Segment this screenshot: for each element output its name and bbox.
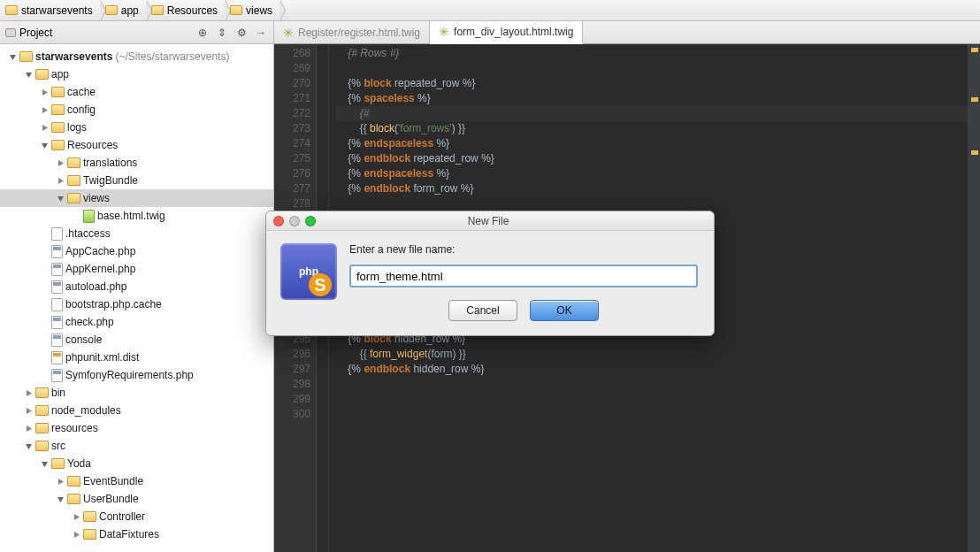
folder-icon	[67, 476, 80, 487]
folder-icon	[83, 511, 96, 522]
breadcrumb-item[interactable]: views	[225, 0, 279, 20]
folder-icon	[67, 193, 80, 203]
tree-expander[interactable]	[40, 282, 49, 291]
tree-node[interactable]: views	[0, 189, 273, 207]
tree-node[interactable]: AppKernel.php	[0, 260, 273, 278]
tree-node[interactable]: DataFixtures	[0, 525, 273, 543]
tree-expander[interactable]	[56, 158, 65, 167]
hide-icon[interactable]: →	[254, 26, 268, 40]
folder-icon	[51, 87, 65, 97]
gear-icon[interactable]: ⚙	[234, 26, 249, 40]
tree-node[interactable]: UserBundle	[0, 490, 273, 508]
tree-expander[interactable]	[24, 441, 33, 450]
tree-node[interactable]: src	[0, 437, 273, 455]
tree-node[interactable]: console	[0, 331, 273, 349]
tree-node[interactable]: Yoda	[0, 455, 273, 472]
tree-node[interactable]: autoload.php	[0, 278, 273, 295]
tree-expander[interactable]	[40, 371, 49, 380]
error-stripe[interactable]	[968, 44, 980, 552]
tree-node[interactable]: node_modules	[0, 402, 273, 419]
tree-expander[interactable]	[40, 88, 49, 96]
tree-node[interactable]: AppCache.php	[0, 242, 273, 260]
tree-expander[interactable]	[56, 477, 65, 486]
folder-icon	[51, 122, 65, 133]
target-icon[interactable]: ⊕	[195, 26, 210, 40]
tree-expander[interactable]	[40, 105, 49, 114]
tree-expander[interactable]	[56, 194, 65, 203]
tree-expander[interactable]	[56, 176, 65, 185]
folder-icon	[51, 140, 65, 150]
tree-node[interactable]: bootstrap.php.cache	[0, 295, 273, 313]
tree-expander[interactable]	[40, 141, 49, 150]
tree-node[interactable]: starwarsevents (~/Sites/starwarsevents)	[0, 48, 273, 65]
zoom-icon[interactable]	[305, 216, 316, 226]
project-tree[interactable]: starwarsevents (~/Sites/starwarsevents)a…	[0, 44, 273, 552]
tree-node[interactable]: check.php	[0, 313, 273, 331]
tab-label: form_div_layout.html.twig	[454, 26, 573, 38]
minimize-icon[interactable]	[289, 216, 300, 226]
breadcrumb-item[interactable]: app	[100, 0, 146, 20]
breadcrumb-label: views	[246, 4, 272, 17]
tree-node[interactable]: resources	[0, 419, 273, 437]
breadcrumb-item[interactable]: starwarsevents	[0, 0, 100, 20]
tree-expander[interactable]	[40, 318, 49, 326]
tree-node[interactable]: base.html.twig	[0, 207, 273, 225]
tree-label: TwigBundle	[83, 174, 138, 187]
tree-expander[interactable]	[8, 52, 17, 61]
folder-icon	[35, 423, 49, 433]
tree-node[interactable]: translations	[0, 154, 273, 172]
tree-node[interactable]: .htaccess	[0, 225, 273, 242]
cancel-button[interactable]: Cancel	[448, 300, 517, 321]
tree-expander[interactable]	[40, 353, 49, 362]
marker[interactable]	[971, 150, 978, 155]
tree-expander[interactable]	[40, 459, 49, 468]
tree-expander[interactable]	[24, 70, 33, 79]
tree-node[interactable]: config	[0, 101, 273, 119]
ok-button[interactable]: OK	[530, 300, 599, 321]
tree-node[interactable]: phpunit.xml.dist	[0, 349, 273, 366]
dialog-titlebar[interactable]: New File	[266, 211, 714, 231]
tree-expander[interactable]	[56, 494, 65, 503]
folder-icon	[51, 104, 65, 115]
php-file-icon	[51, 280, 63, 294]
tree-label: config	[67, 104, 96, 116]
folder-icon	[35, 405, 49, 416]
collapse-icon[interactable]: ⇕	[215, 26, 229, 40]
tree-expander[interactable]	[72, 211, 80, 220]
close-icon[interactable]	[273, 216, 284, 226]
tree-expander[interactable]	[72, 530, 80, 539]
editor-tab[interactable]: ✳form_div_layout.html.twig	[430, 21, 583, 44]
tree-label: Resources	[67, 139, 118, 151]
tree-expander[interactable]	[40, 229, 49, 238]
tree-label: check.php	[65, 316, 114, 328]
dialog-prompt: Enter a new file name:	[349, 243, 698, 256]
breadcrumb-item[interactable]: Resources	[146, 0, 225, 20]
editor-tab[interactable]: ✳Register/register.html.twig	[274, 21, 430, 43]
tree-expander[interactable]	[40, 335, 49, 344]
tree-node[interactable]: Resources	[0, 136, 273, 154]
tree-node[interactable]: EventBundle	[0, 472, 273, 490]
tree-node[interactable]: logs	[0, 119, 273, 136]
tree-label: AppCache.php	[65, 245, 135, 257]
tree-expander[interactable]	[40, 123, 49, 132]
tree-expander[interactable]	[72, 512, 80, 521]
tree-expander[interactable]	[40, 247, 49, 256]
marker[interactable]	[971, 97, 978, 102]
tree-node[interactable]: cache	[0, 83, 273, 101]
tree-expander[interactable]	[24, 406, 33, 415]
tree-node[interactable]: app	[0, 65, 273, 83]
filename-input[interactable]	[349, 264, 698, 288]
tree-expander[interactable]	[24, 388, 33, 397]
file-icon	[51, 227, 63, 241]
php-file-icon	[51, 369, 63, 382]
tree-expander[interactable]	[24, 424, 33, 433]
tree-expander[interactable]	[40, 264, 49, 273]
tree-node[interactable]: TwigBundle	[0, 172, 273, 189]
tree-node[interactable]: SymfonyRequirements.php	[0, 366, 273, 384]
marker[interactable]	[971, 48, 978, 52]
tree-node[interactable]: bin	[0, 384, 273, 402]
tree-label: AppKernel.php	[65, 263, 135, 275]
tree-expander[interactable]	[40, 300, 49, 309]
tree-node[interactable]: Controller	[0, 508, 273, 525]
tree-label: DataFixtures	[99, 528, 159, 540]
